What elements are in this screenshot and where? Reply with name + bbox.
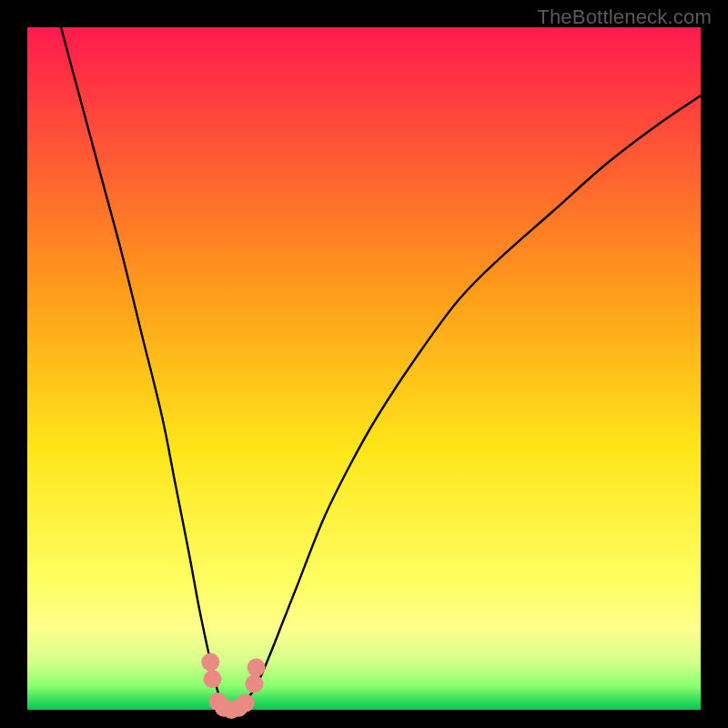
chart-container: TheBottleneck.com [0, 0, 728, 728]
bottleneck-chart [0, 0, 728, 728]
highlight-marker [204, 670, 222, 688]
highlight-marker [237, 694, 255, 713]
highlight-marker [248, 659, 266, 677]
highlight-marker [201, 653, 219, 672]
watermark-text: TheBottleneck.com [537, 5, 712, 29]
plot-background [27, 27, 701, 710]
highlight-marker [245, 675, 263, 693]
